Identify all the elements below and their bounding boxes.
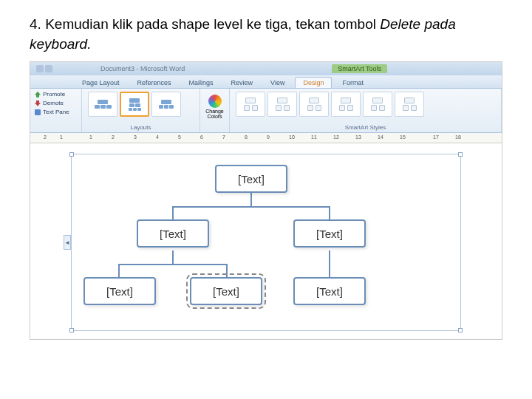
tab-design[interactable]: Design bbox=[295, 77, 332, 88]
org-node-l1[interactable]: [Text] bbox=[215, 165, 287, 193]
org-node-l3-b-selected[interactable]: [Text] bbox=[190, 277, 262, 305]
instruction-text: 4. Kemudian klik pada shape level ke tig… bbox=[30, 15, 502, 54]
tab-page-layout[interactable]: Page Layout bbox=[75, 78, 127, 88]
org-chart: [Text] [Text] [Text] [Text] [Text] [Text… bbox=[78, 162, 454, 324]
group-label-layouts: Layouts bbox=[85, 124, 197, 131]
promote-icon bbox=[35, 92, 41, 98]
demote-icon bbox=[35, 100, 41, 106]
layout-thumb-3[interactable] bbox=[151, 92, 181, 117]
tab-mailings[interactable]: Mailings bbox=[182, 78, 221, 88]
style-thumb-6[interactable] bbox=[395, 92, 424, 117]
resize-handle-tr[interactable] bbox=[458, 152, 463, 157]
style-thumb-1[interactable] bbox=[236, 92, 265, 117]
ribbon-tabs: Page Layout References Mailings Review V… bbox=[30, 75, 502, 89]
ribbon-group-styles: SmartArt Styles bbox=[230, 89, 502, 132]
layout-thumb-2[interactable] bbox=[120, 92, 149, 117]
text-pane-toggle[interactable]: ◄ bbox=[64, 235, 71, 250]
ribbon-group-layouts: Layouts bbox=[82, 89, 200, 132]
horizontal-ruler: 2 1 1 2 3 4 5 6 7 8 9 10 11 12 13 14 15 … bbox=[30, 133, 502, 143]
title-bar: Document3 - Microsoft Word SmartArt Tool… bbox=[30, 62, 502, 75]
office-button-icon[interactable] bbox=[36, 65, 44, 72]
connector bbox=[250, 193, 252, 206]
document-title: Document3 - Microsoft Word bbox=[100, 65, 185, 72]
connector bbox=[172, 206, 174, 219]
style-thumb-5[interactable] bbox=[363, 92, 392, 117]
smartart-frame[interactable]: ◄ [Text] [Text] [Text] [Text] [Text] [Te… bbox=[71, 154, 461, 331]
tab-review[interactable]: Review bbox=[224, 78, 261, 88]
org-node-l3-c[interactable]: [Text] bbox=[293, 277, 366, 305]
org-node-l3-a[interactable]: [Text] bbox=[83, 277, 156, 305]
quick-access-toolbar[interactable] bbox=[30, 65, 52, 72]
ribbon-group-create-graphic: Promote Demote Text Pane bbox=[30, 89, 82, 132]
connector bbox=[329, 206, 330, 219]
style-thumb-4[interactable] bbox=[331, 92, 361, 117]
color-wheel-icon bbox=[208, 95, 222, 108]
change-colors-button[interactable]: Change Colors bbox=[205, 90, 225, 123]
tab-format[interactable]: Format bbox=[335, 78, 371, 88]
connector bbox=[118, 264, 228, 265]
connector bbox=[172, 250, 174, 264]
ribbon: Promote Demote Text Pane bbox=[30, 89, 502, 133]
contextual-tools-label: SmartArt Tools bbox=[332, 64, 387, 73]
promote-button[interactable]: Promote bbox=[33, 90, 78, 98]
text-pane-icon bbox=[35, 109, 41, 115]
connector bbox=[329, 250, 330, 277]
ribbon-group-colors: Change Colors bbox=[200, 89, 230, 132]
text-pane-button[interactable]: Text Pane bbox=[33, 108, 78, 116]
resize-handle-br[interactable] bbox=[458, 328, 463, 332]
org-node-l2-a[interactable]: [Text] bbox=[137, 219, 209, 248]
resize-handle-tl[interactable] bbox=[69, 152, 74, 157]
demote-button[interactable]: Demote bbox=[33, 99, 78, 107]
connector bbox=[172, 206, 330, 208]
tab-view[interactable]: View bbox=[263, 78, 292, 88]
connector bbox=[226, 264, 228, 277]
style-thumb-2[interactable] bbox=[267, 92, 297, 117]
save-icon[interactable] bbox=[45, 65, 52, 72]
tab-references[interactable]: References bbox=[130, 78, 179, 88]
document-canvas[interactable]: ◄ [Text] [Text] [Text] [Text] [Text] [Te… bbox=[30, 143, 502, 339]
group-label-styles: SmartArt Styles bbox=[233, 124, 498, 131]
org-node-l2-b[interactable]: [Text] bbox=[293, 219, 366, 248]
word-screenshot: Document3 - Microsoft Word SmartArt Tool… bbox=[30, 61, 502, 340]
layout-thumb-1[interactable] bbox=[88, 92, 117, 117]
style-thumb-3[interactable] bbox=[299, 92, 329, 117]
connector bbox=[118, 264, 120, 277]
resize-handle-bl[interactable] bbox=[69, 328, 74, 332]
